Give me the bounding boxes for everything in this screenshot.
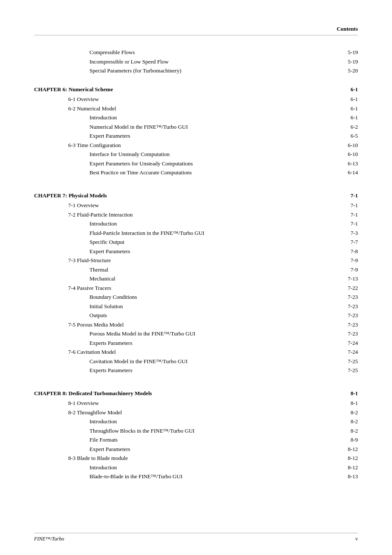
list-item: Introduction 7-1 bbox=[34, 220, 358, 228]
list-item: Specific Output 7-7 bbox=[34, 238, 358, 246]
list-item: Interface for Unsteady Computation 6-10 bbox=[34, 150, 358, 159]
entry-page: 6-14 bbox=[337, 168, 358, 177]
entry-page: 8-2 bbox=[337, 408, 358, 417]
chapter-8-section: CHAPTER 8: Dedicated Turbomachinery Mode… bbox=[34, 389, 358, 481]
entry-label: Throughflow Blocks in the FINE™/Turbo GU… bbox=[89, 427, 337, 435]
list-item: Expert Parameters 7-8 bbox=[34, 247, 358, 256]
entry-page: 7-23 bbox=[337, 330, 358, 338]
list-item: Incompressible or Low Speed Flow 5-19 bbox=[34, 58, 358, 66]
entry-page: 5-19 bbox=[337, 58, 358, 66]
list-item: Porous Media Model in the FINE™/Turbo GU… bbox=[34, 330, 358, 338]
entry-label: Incompressible or Low Speed Flow bbox=[89, 58, 337, 66]
entry-page: 8-12 bbox=[337, 454, 358, 462]
entry-page: 6-1 bbox=[337, 104, 358, 113]
entry-page: 8-12 bbox=[337, 463, 358, 472]
entry-page: 7-23 bbox=[337, 302, 358, 311]
chapter-label: CHAPTER 7: Physical Models bbox=[34, 191, 337, 200]
entry-page: 6-5 bbox=[337, 132, 358, 140]
top-entries-section: Compressible Flows 5-19 Incompressible o… bbox=[34, 48, 358, 75]
entry-page: 6-10 bbox=[337, 141, 358, 150]
chapter-8-heading: CHAPTER 8: Dedicated Turbomachinery Mode… bbox=[34, 389, 358, 398]
entry-label: Numerical Model in the FINE™/Turbo GUI bbox=[89, 123, 337, 131]
entry-page: 6-1 bbox=[337, 113, 358, 122]
entry-label: 7-1 Overview bbox=[68, 201, 337, 210]
entry-page: 8-2 bbox=[337, 417, 358, 426]
list-item: Thermal 7-9 bbox=[34, 266, 358, 274]
list-item: Cavitation Model in the FINE™/Turbo GUI … bbox=[34, 357, 358, 366]
entry-label: 8-3 Blade to Blade module bbox=[68, 454, 337, 462]
entry-page: 7-1 bbox=[337, 220, 358, 228]
entry-page: 5-20 bbox=[337, 66, 358, 75]
entry-page: 7-7 bbox=[337, 238, 358, 246]
list-item: Best Practice on Time Accurate Computati… bbox=[34, 168, 358, 177]
list-item: Expert Parameters 8-12 bbox=[34, 445, 358, 454]
chapter-page: 7-1 bbox=[337, 191, 358, 200]
page-header: Contents bbox=[34, 26, 358, 35]
entry-page: 7-9 bbox=[337, 256, 358, 265]
entry-page: 6-2 bbox=[337, 123, 358, 131]
footer-brand: FINE™/Turbo bbox=[34, 536, 64, 542]
list-item: Fluid-Particle Interaction in the FINE™/… bbox=[34, 229, 358, 237]
entry-label: Experts Parameters bbox=[89, 366, 337, 375]
entry-label: Expert Parameters bbox=[89, 132, 337, 140]
entry-page: 7-23 bbox=[337, 293, 358, 301]
list-item: Mechanical 7-13 bbox=[34, 275, 358, 283]
chapter-7-heading: CHAPTER 7: Physical Models 7-1 bbox=[34, 191, 358, 200]
list-item: Compressible Flows 5-19 bbox=[34, 48, 358, 57]
entry-label: Expert Parameters bbox=[89, 247, 337, 256]
entry-label: Fluid-Particle Interaction in the FINE™/… bbox=[89, 229, 337, 237]
entry-page: 8-2 bbox=[337, 427, 358, 435]
entry-page: 7-1 bbox=[337, 201, 358, 210]
list-item: Introduction 6-1 bbox=[34, 113, 358, 122]
list-item: Introduction 8-2 bbox=[34, 417, 358, 426]
list-item: 7-6 Cavitation Model 7-24 bbox=[34, 348, 358, 356]
list-item: Introduction 8-12 bbox=[34, 463, 358, 472]
entry-page: 8-1 bbox=[337, 399, 358, 408]
page-footer: FINE™/Turbo v bbox=[34, 533, 358, 542]
entry-label: 6-3 Time Configuration bbox=[68, 141, 337, 150]
list-item: Boundary Conditions 7-23 bbox=[34, 293, 358, 301]
list-item: 8-1 Overview 8-1 bbox=[34, 399, 358, 408]
entry-label: Introduction bbox=[89, 417, 337, 426]
entry-label: Specific Output bbox=[89, 238, 337, 246]
entry-label: 6-1 Overview bbox=[68, 95, 337, 104]
list-item: Initial Solution 7-23 bbox=[34, 302, 358, 311]
entry-label: Expert Parameters for Unsteady Computati… bbox=[89, 159, 337, 168]
list-item: File Formats 8-9 bbox=[34, 436, 358, 444]
entry-page: 6-13 bbox=[337, 159, 358, 168]
entry-label: 8-2 Throughflow Model bbox=[68, 408, 337, 417]
entry-label: Blade-to-Blade in the FINE™/Turbo GUI bbox=[89, 472, 337, 481]
list-item: 6-1 Overview 6-1 bbox=[34, 95, 358, 104]
entry-page: 7-24 bbox=[337, 339, 358, 347]
entry-label: Outputs bbox=[89, 311, 337, 320]
entry-page: 8-13 bbox=[337, 472, 358, 481]
entry-page: 7-25 bbox=[337, 357, 358, 366]
entry-page: 7-25 bbox=[337, 366, 358, 375]
list-item: 7-4 Passive Tracers 7-22 bbox=[34, 284, 358, 292]
entry-page: 8-12 bbox=[337, 445, 358, 454]
entry-label: Mechanical bbox=[89, 275, 337, 283]
entry-page: 7-22 bbox=[337, 284, 358, 292]
entry-label: Introduction bbox=[89, 463, 337, 472]
list-item: Expert Parameters for Unsteady Computati… bbox=[34, 159, 358, 168]
entry-page: 7-1 bbox=[337, 211, 358, 219]
list-item: 7-1 Overview 7-1 bbox=[34, 201, 358, 210]
list-item: 7-3 Fluid-Structure 7-9 bbox=[34, 256, 358, 265]
entry-page: 7-13 bbox=[337, 275, 358, 283]
entry-label: Special Parameters (for Turbomachinery) bbox=[89, 66, 337, 75]
list-item: Outputs 7-23 bbox=[34, 311, 358, 320]
entry-label: 7-5 Porous Media Model bbox=[68, 321, 337, 329]
entry-page: 7-23 bbox=[337, 311, 358, 320]
list-item: 8-2 Throughflow Model 8-2 bbox=[34, 408, 358, 417]
footer-page-number: v bbox=[355, 536, 358, 542]
list-item: Experts Parameters 7-25 bbox=[34, 366, 358, 375]
list-item: Numerical Model in the FINE™/Turbo GUI 6… bbox=[34, 123, 358, 131]
entry-label: Cavitation Model in the FINE™/Turbo GUI bbox=[89, 357, 337, 366]
list-item: 8-3 Blade to Blade module 8-12 bbox=[34, 454, 358, 462]
list-item: Expert Parameters 6-5 bbox=[34, 132, 358, 140]
entry-page: 7-24 bbox=[337, 348, 358, 356]
chapter-6-section: CHAPTER 6: Numerical Scheme 6-1 6-1 Over… bbox=[34, 85, 358, 177]
chapter-label: CHAPTER 8: Dedicated Turbomachinery Mode… bbox=[34, 389, 337, 398]
chapter-page: 6-1 bbox=[337, 85, 358, 94]
list-item: 6-2 Numerical Model 6-1 bbox=[34, 104, 358, 113]
